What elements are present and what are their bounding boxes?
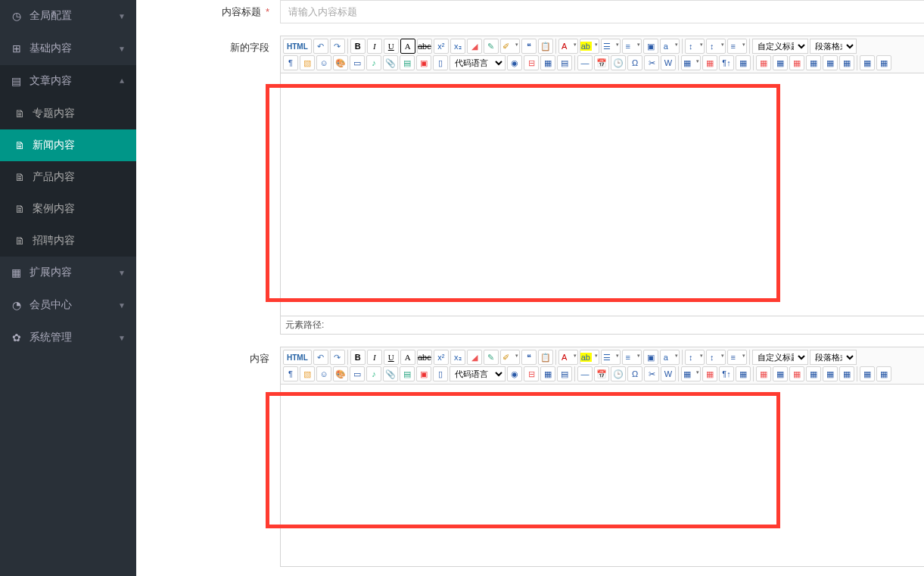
superscript-button[interactable]: x² — [434, 39, 449, 54]
blockquote-button[interactable]: ❝ — [521, 350, 537, 365]
strike-button[interactable]: abc — [417, 39, 432, 54]
fontborder-button[interactable]: A — [400, 350, 415, 365]
template-button[interactable]: ▦ — [540, 55, 555, 70]
pasteplain-button[interactable]: 📋 — [538, 350, 553, 365]
sidebar-item-extend[interactable]: ▦扩展内容 ▼ — [0, 257, 136, 289]
snapscreen-button[interactable]: ✂ — [644, 55, 659, 70]
sidebar-sub-recruit[interactable]: 🗎招聘内容 — [0, 225, 136, 257]
html-source-button[interactable]: HTML — [283, 39, 312, 54]
sidebar-sub-news[interactable]: 🗎新闻内容 — [0, 129, 136, 161]
superscript-button[interactable]: x² — [434, 350, 449, 365]
text-direction-button[interactable]: ¶ — [283, 366, 298, 381]
emoji-button[interactable]: ☺ — [316, 366, 331, 381]
insert-frame-button[interactable]: ▯ — [433, 366, 448, 381]
case-button[interactable]: a — [660, 350, 680, 365]
ordered-list-button[interactable]: ☰ — [601, 39, 621, 54]
merge-right-button[interactable]: ▦ — [823, 366, 838, 381]
date-button[interactable]: 📅 — [594, 55, 609, 70]
music-button[interactable]: ♪ — [366, 55, 381, 70]
unordered-list-button[interactable]: ≡ — [622, 350, 642, 365]
editor-textarea-2[interactable] — [281, 385, 924, 566]
fontborder-button[interactable]: A — [400, 39, 415, 54]
blockquote-button[interactable]: ❝ — [521, 39, 537, 54]
sidebar-item-basic[interactable]: ⊞基础内容 ▼ — [0, 33, 136, 65]
insert-frame-button[interactable]: ▯ — [433, 55, 448, 70]
editor-textarea-1[interactable] — [281, 73, 924, 316]
undo-icon[interactable]: ↶ — [313, 350, 328, 365]
special-char-button[interactable]: Ω — [627, 55, 642, 70]
autotypeset-button[interactable]: ✎ — [484, 350, 499, 365]
background-button[interactable]: ▤ — [557, 366, 572, 381]
background-button[interactable]: ▤ — [557, 55, 572, 70]
insert-row-button[interactable]: ▦ — [736, 55, 751, 70]
page-break-button[interactable]: ⊟ — [524, 366, 539, 381]
delete-col-button[interactable]: ▦ — [789, 55, 804, 70]
forecolor-button[interactable]: A — [558, 39, 578, 54]
select-all-button[interactable]: ▣ — [643, 350, 658, 365]
merge-cells-button[interactable]: ▦ — [806, 366, 821, 381]
format-match-button[interactable]: ✐ — [500, 350, 520, 365]
ordered-list-button[interactable]: ☰ — [601, 350, 621, 365]
pasteplain-button[interactable]: 📋 — [538, 39, 553, 54]
strike-button[interactable]: abc — [417, 350, 432, 365]
italic-button[interactable]: I — [367, 350, 382, 365]
redo-icon[interactable]: ↷ — [330, 39, 345, 54]
wordimage-button[interactable]: W — [661, 55, 676, 70]
bold-button[interactable]: B — [350, 39, 366, 54]
insert-table-button[interactable]: ▦ — [681, 55, 701, 70]
insert-col-button[interactable]: ▦ — [773, 366, 788, 381]
autotypeset-button[interactable]: ✎ — [484, 39, 499, 54]
row-spacing-top-button[interactable]: ↕ — [685, 39, 705, 54]
subscript-button[interactable]: x₂ — [450, 39, 465, 54]
video-button[interactable]: ▭ — [350, 366, 365, 381]
unordered-list-button[interactable]: ≡ — [622, 39, 642, 54]
paragraph-format-select[interactable]: 段落格式 — [810, 39, 857, 54]
snapscreen-button[interactable]: ✂ — [644, 366, 659, 381]
gmap-button[interactable]: ▣ — [416, 55, 431, 70]
split-cells-button[interactable]: ▦ — [860, 366, 875, 381]
attachment-button[interactable]: 📎 — [383, 55, 398, 70]
hr-button[interactable]: — — [577, 55, 593, 70]
insert-row-button[interactable]: ▦ — [736, 366, 751, 381]
scrawl-button[interactable]: 🎨 — [333, 366, 348, 381]
row-spacing-top-button[interactable]: ↕ — [685, 350, 705, 365]
merge-cells-button[interactable]: ▦ — [806, 55, 821, 70]
delete-table-button[interactable]: ▦ — [702, 55, 717, 70]
paragraph-format-select[interactable]: 段落格式 — [810, 350, 857, 365]
split-cells-button[interactable]: ▦ — [860, 55, 875, 70]
sidebar-sub-topic[interactable]: 🗎专题内容 — [0, 98, 136, 129]
case-button[interactable]: a — [660, 39, 680, 54]
line-height-button[interactable]: ≡ — [727, 39, 747, 54]
time-button[interactable]: 🕒 — [611, 366, 626, 381]
clear-format-button[interactable]: ◢ — [467, 39, 482, 54]
attachment-button[interactable]: 📎 — [383, 366, 398, 381]
wordimage-button[interactable]: W — [661, 366, 676, 381]
custom-style-select[interactable]: 自定义标题 — [752, 350, 808, 365]
backcolor-button[interactable]: ab — [580, 350, 599, 365]
webapp-button[interactable]: ◉ — [507, 55, 522, 70]
sidebar-item-global[interactable]: ◷全局配置 ▼ — [0, 0, 136, 33]
sidebar-sub-product[interactable]: 🗎产品内容 — [0, 161, 136, 193]
delete-table-button[interactable]: ▦ — [702, 366, 717, 381]
line-height-button[interactable]: ≡ — [727, 350, 747, 365]
merge-right-button[interactable]: ▦ — [823, 55, 838, 70]
redo-icon[interactable]: ↷ — [330, 350, 345, 365]
select-all-button[interactable]: ▣ — [643, 39, 658, 54]
forecolor-button[interactable]: A — [558, 350, 578, 365]
page-break-button[interactable]: ⊟ — [524, 55, 539, 70]
delete-col-button[interactable]: ▦ — [789, 366, 804, 381]
insert-p-before-button[interactable]: ¶↑ — [719, 366, 734, 381]
sidebar-item-member[interactable]: ◔会员中心 ▼ — [0, 289, 136, 322]
underline-button[interactable]: U — [384, 39, 399, 54]
title-input[interactable] — [280, 0, 924, 23]
gmap-button[interactable]: ▣ — [416, 366, 431, 381]
html-source-button[interactable]: HTML — [283, 350, 312, 365]
row-spacing-bottom-button[interactable]: ↕ — [706, 39, 726, 54]
split-rows-button[interactable]: ▦ — [876, 55, 891, 70]
sidebar-item-article[interactable]: ▤文章内容 ▼ — [0, 65, 136, 98]
code-lang-select[interactable]: 代码语言 — [450, 366, 506, 381]
time-button[interactable]: 🕒 — [611, 55, 626, 70]
insert-image-button[interactable]: ▧ — [300, 55, 315, 70]
split-rows-button[interactable]: ▦ — [876, 366, 891, 381]
delete-row-button[interactable]: ▦ — [756, 55, 771, 70]
